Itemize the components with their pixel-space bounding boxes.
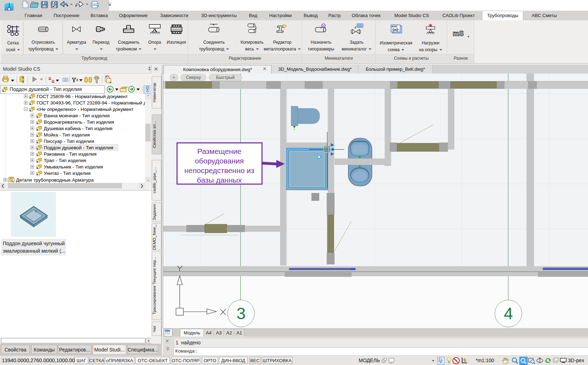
svg-text:Водонагреватель - Тип изделия: Водонагреватель - Тип изделия xyxy=(44,119,114,125)
svg-text:<Не определено> - Нормативный: <Не определено> - Нормативный документ xyxy=(37,107,134,112)
svg-text:Быстрый: Быстрый xyxy=(216,75,235,80)
svg-text:Писсуар - Тип изделия: Писсуар - Тип изделия xyxy=(44,139,94,144)
svg-text:Детали трубопроводные.Арматура: Детали трубопроводные.Арматура xyxy=(16,177,94,183)
svg-text:Сверху: Сверху xyxy=(186,75,201,80)
svg-text:AXO: AXO xyxy=(391,25,397,28)
svg-text:Ванна моечная - Тип изделия: Ванна моечная - Тип изделия xyxy=(44,113,109,118)
svg-text:Поддон душевой - Тип изделия: Поддон душевой - Тип изделия xyxy=(44,145,113,150)
svg-text:4: 4 xyxy=(504,304,513,323)
svg-text:оборудования: оборудования xyxy=(195,157,244,165)
svg-text:Трап - Тип изделия: Трап - Тип изделия xyxy=(44,158,86,163)
svg-text:базы данных: базы данных xyxy=(197,176,242,184)
svg-text:Душевая кабина - Тип изделия: Душевая кабина - Тип изделия xyxy=(44,126,112,131)
svg-text:Раковина - Тип изделия: Раковина - Тип изделия xyxy=(44,151,97,157)
svg-text:Унитаз - Тип изделия: Унитаз - Тип изделия xyxy=(44,171,91,176)
svg-text:3: 3 xyxy=(236,304,246,323)
svg-text:Размещение: Размещение xyxy=(197,147,241,155)
svg-text:mS: mS xyxy=(453,29,464,37)
svg-text:A: A xyxy=(322,24,325,27)
svg-text:ГОСТ 25809-96 - Нормативный до: ГОСТ 25809-96 - Нормативный документ xyxy=(37,94,128,99)
svg-text:Мойка - Тип изделия: Мойка - Тип изделия xyxy=(44,132,90,138)
svg-text:непосредственно из: непосредственно из xyxy=(185,166,255,175)
svg-text:+: + xyxy=(172,75,175,80)
svg-text:Умывальник - Тип изделия: Умывальник - Тип изделия xyxy=(44,164,103,170)
svg-text:ГОСТ 30493-96, ГОСТ 23289-94 -: ГОСТ 30493-96, ГОСТ 23289-94 - Нормативн… xyxy=(37,100,145,106)
